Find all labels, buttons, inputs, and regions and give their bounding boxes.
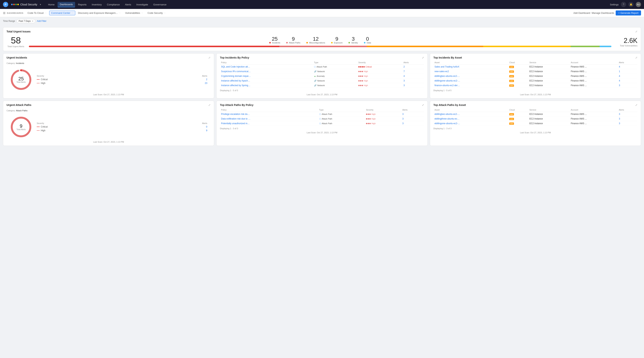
- nav-home[interactable]: Home: [46, 2, 57, 7]
- ap-high-count[interactable]: 9: [206, 129, 208, 132]
- policy-link-1[interactable]: Suspicious IPs communicatin...: [221, 70, 251, 73]
- ap-policy-link-0[interactable]: Privilege escalation risk due t...: [221, 113, 251, 115]
- top-incidents-asset-expand-icon[interactable]: ⤢: [635, 56, 638, 59]
- alerts-0[interactable]: 2: [404, 66, 405, 68]
- ap-policy-link-1[interactable]: Data exfiltration risk due to a...: [221, 118, 251, 120]
- asset-link-4[interactable]: finance-ubuntu-ec2-der4t4tg...: [434, 84, 461, 87]
- policy-link-4[interactable]: Instance affected by Spring Fr...: [221, 84, 251, 87]
- alerts-0[interactable]: 4: [619, 66, 620, 68]
- policy-link-3[interactable]: Instance affected by Apache...: [221, 80, 251, 82]
- alerts-2[interactable]: 4: [619, 75, 620, 77]
- aws-badge-4: aws: [509, 85, 514, 87]
- time-range-remove-icon[interactable]: ×: [32, 20, 33, 22]
- nav-compliance[interactable]: Compliance: [105, 2, 122, 7]
- settings-link[interactable]: Settings: [610, 3, 619, 6]
- ap-critical-count[interactable]: 0: [206, 126, 208, 128]
- sdot: [369, 114, 371, 115]
- asset-link-2[interactable]: ebillingtwo-ubuntu-ec2-der4...: [434, 75, 461, 77]
- exposure-dot: [331, 42, 332, 44]
- sdot: [363, 66, 365, 68]
- urgent-incidents-expand-icon[interactable]: ⤢: [208, 56, 210, 59]
- asset-link-0[interactable]: Sales and Trading hz6vX: [434, 66, 461, 68]
- misconfigs-number: 12: [306, 36, 325, 42]
- ap-type-badge-2: ⬡Attack Path: [319, 122, 364, 125]
- ap-alerts-1[interactable]: 3: [619, 118, 620, 120]
- nav-alerts[interactable]: Alerts: [122, 2, 133, 7]
- ap-alerts-0[interactable]: 3: [619, 113, 620, 115]
- add-filter-link[interactable]: Add Filter: [37, 20, 46, 22]
- ap-asset-link-1[interactable]: ebillingthree-ubuntu-ec2-der...: [434, 118, 461, 120]
- alerts-3[interactable]: 3: [404, 80, 405, 82]
- generate-report-button[interactable]: + Generate Report: [616, 11, 641, 16]
- total-vuln-number: 2.6K: [615, 37, 638, 45]
- tab-command-center[interactable]: Command Center ⋯: [49, 11, 76, 15]
- total-urgent-expand-icon[interactable]: ⤢: [635, 30, 638, 33]
- policy-link-0[interactable]: SQL and Code Injection atte...: [221, 66, 251, 68]
- ap-alerts-1[interactable]: 3: [402, 118, 404, 120]
- attack-paths-donut-sub: Total Alerts: [16, 129, 26, 131]
- sdot: [368, 118, 369, 120]
- ap-policy-link-2[interactable]: Potentially unauthorized mal...: [221, 122, 251, 125]
- tab-code-to-cloud-menu[interactable]: ⋯: [45, 12, 46, 14]
- col-alerts: Alerts: [618, 61, 638, 65]
- tab-command-center-menu[interactable]: ⋯: [71, 12, 73, 14]
- col-type: Type: [313, 61, 357, 65]
- ap-asset-link-0[interactable]: ebillingtwo-ubuntu-ec2-der4...: [434, 113, 461, 115]
- incidents-asset-displaying: Displaying 1 - 5 of 5: [434, 88, 638, 92]
- top-incidents-policy-expand-icon[interactable]: ⤢: [422, 56, 424, 59]
- alerts-1[interactable]: 7: [404, 70, 405, 73]
- alerts-3[interactable]: 4: [619, 80, 620, 82]
- dashboard-icon: ⊞: [3, 11, 6, 15]
- manage-dashboards-link[interactable]: Manage Dashboards: [592, 12, 614, 14]
- high-count[interactable]: 23: [205, 82, 207, 85]
- top-attack-paths-policy-expand-icon[interactable]: ⤢: [422, 104, 424, 107]
- tab-code-security-menu[interactable]: ⋯: [164, 12, 166, 14]
- severity-badge-3: High: [358, 80, 401, 82]
- col-asset: Asset: [434, 108, 508, 112]
- col-alerts: Alerts: [401, 108, 424, 112]
- policy-link-2[interactable]: Cryptomining domain reques...: [221, 75, 251, 77]
- nav-governance[interactable]: Governance: [151, 2, 169, 7]
- brand-dot-2: [13, 4, 15, 5]
- ap-type-icon-1: ⬡: [319, 118, 321, 120]
- nav-investigate[interactable]: Investigate: [134, 2, 150, 7]
- asset-link-1[interactable]: new-sales-ec2: [434, 70, 461, 73]
- critical-count[interactable]: 2: [206, 78, 208, 81]
- ap-alerts-2[interactable]: 3: [402, 122, 404, 125]
- tab-code-security[interactable]: Code Security ⋯: [146, 11, 168, 15]
- severity-badge-1: High: [358, 70, 401, 73]
- urgent-attack-paths-expand-icon[interactable]: ⤢: [208, 104, 210, 107]
- severity-badge-4: High: [358, 84, 401, 87]
- tab-discovery-menu[interactable]: ⋯: [119, 12, 120, 14]
- help-icon-btn[interactable]: ?: [621, 2, 626, 7]
- user-avatar[interactable]: AU: [636, 2, 641, 7]
- misconfigs-label: Misconfigurations: [306, 42, 325, 44]
- attack-paths-donut-section: 9 Total Alerts Severity Alerts Criti: [6, 114, 210, 140]
- nav-dashboards[interactable]: Dashboards: [58, 2, 75, 7]
- alerts-2[interactable]: 4: [404, 75, 405, 77]
- table-row: Cryptomining domain reques... ▲Anomaly H…: [220, 74, 424, 79]
- ap-asset-link-2[interactable]: ebillingone-ubuntu-ec2-asdf5...: [434, 122, 461, 125]
- top-attack-paths-asset-expand-icon[interactable]: ⤢: [635, 104, 638, 107]
- brand-dropdown-icon[interactable]: ▼: [40, 4, 41, 6]
- alerts-4[interactable]: 3: [404, 84, 405, 87]
- tab-vulnerabilities[interactable]: Vulnerabilities ⋯: [123, 11, 145, 15]
- tab-discovery[interactable]: Discovery and Exposure Managem... ⋯: [76, 11, 122, 15]
- urgent-attack-paths-content: Category: Attack Paths 9 Total Alerts: [3, 108, 214, 146]
- tab-vuln-menu[interactable]: ⋯: [141, 12, 143, 14]
- attack-paths-severity-critical: Critical 0: [37, 125, 207, 129]
- add-dashboard-link[interactable]: Add Dashboard: [574, 12, 590, 14]
- table-row: ebillingone-ubuntu-ec2-asdf5... aws EC2 …: [434, 121, 638, 126]
- asset-link-3[interactable]: ebillingone-ubuntu-ec2-asdf5...: [434, 80, 461, 82]
- ap-alerts-0[interactable]: 3: [402, 113, 404, 115]
- ap-alerts-2[interactable]: 3: [619, 122, 620, 125]
- app-logo[interactable]: P: [3, 2, 8, 7]
- notifications-icon-btn[interactable]: 🔔: [628, 2, 634, 7]
- nav-reports[interactable]: Reports: [76, 2, 89, 7]
- incidents-dot: [269, 42, 271, 44]
- alerts-1[interactable]: 1: [619, 70, 620, 73]
- tab-code-to-cloud[interactable]: Code To Cloud ⋯: [26, 11, 48, 15]
- time-range-tag[interactable]: Past 7 Days ×: [16, 19, 36, 23]
- nav-inventory[interactable]: Inventory: [90, 2, 104, 7]
- alerts-4[interactable]: 3: [619, 84, 620, 87]
